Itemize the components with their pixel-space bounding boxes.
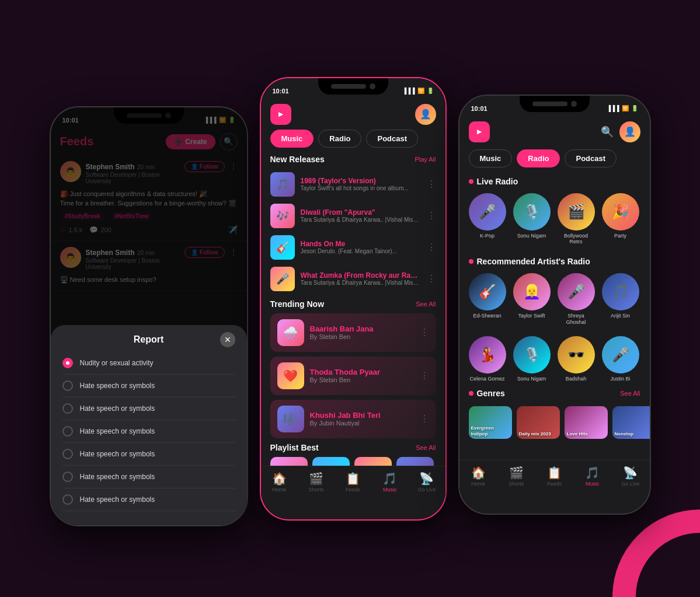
home-icon-m: 🏠 (272, 472, 287, 486)
nav-home-right[interactable]: 🏠 Home (459, 463, 497, 490)
trending-item-2[interactable]: ❤️ Thoda Thoda Pyaar By Stebin Ben ⋮ (270, 357, 436, 395)
sonu2-circle[interactable]: 🎙️ Sonu Nigam (513, 336, 551, 382)
edsheeran-circle[interactable]: 🎸 Ed-Sheeran (469, 273, 506, 326)
user-avatar-middle[interactable]: 👤 (415, 104, 436, 125)
badshah-img: 🕶️ (558, 336, 595, 373)
sonunigam-name: Sonu Nigam (517, 233, 546, 239)
trending-info-1: Baarish Ban Jana By Stebin Ben (310, 324, 414, 340)
search-icon-right[interactable]: 🔍 (601, 125, 614, 138)
report-option-5[interactable]: Hate speech or symbols (62, 443, 235, 466)
report-option-7[interactable]: Hate speech or symbols (62, 488, 235, 504)
tab-podcast-middle[interactable]: Podcast (366, 130, 418, 148)
nav-golive-right[interactable]: 📡 Go Live (611, 463, 649, 490)
arijit-img: 🎵 (602, 273, 639, 310)
justin-circle[interactable]: 🎤 Justin Bi (602, 336, 639, 382)
kpop-circle[interactable]: 🎤 K-Pop (469, 193, 506, 246)
trending-item-1[interactable]: 🌧️ Baarish Ban Jana By Stebin Ben ⋮ (270, 313, 436, 352)
trending-more-1[interactable]: ⋮ (420, 327, 429, 338)
tab-podcast-right[interactable]: Podcast (565, 149, 617, 167)
song-more-1[interactable]: ⋮ (427, 179, 436, 190)
trending-item-3[interactable]: 🎼 Khushi Jab Bhi Teri By Jubin Nautiyal … (270, 400, 436, 438)
tab-music-right[interactable]: Music (469, 149, 513, 167)
song-thumb-1: 🎵 (270, 172, 295, 197)
report-option-2[interactable]: Hate speech or symbols (62, 375, 235, 397)
selena-circle[interactable]: 💃 Celena Gomez (469, 336, 506, 382)
genre-card-2[interactable]: Daily mix 2023 (517, 406, 560, 439)
recommended-title: Recommended Artist's Radio (477, 257, 590, 266)
song-item-4[interactable]: 🎤 What Zumka (From Rocky aur Rani..) Tar… (261, 263, 445, 295)
nav-golive-middle[interactable]: 📡 Go Live (408, 469, 445, 496)
song-more-3[interactable]: ⋮ (427, 242, 436, 253)
report-option-3[interactable]: Hate speech or symbols (62, 397, 235, 420)
song-thumb-2: 🎶 (270, 204, 295, 228)
right-music-header: ▶ 🔍 👤 (459, 117, 650, 147)
nav-home-middle[interactable]: 🏠 Home (261, 469, 298, 496)
party-img: 🎉 (602, 193, 639, 231)
genre-card-1[interactable]: Evergreen Indipop (469, 406, 512, 439)
report-option-1[interactable]: Nudity or sexual activity (62, 352, 235, 375)
nav-shorts-right[interactable]: 🎬 Shorts (497, 463, 535, 490)
genre-card-3[interactable]: Love Hits (565, 406, 608, 439)
taylorswift-circle[interactable]: 👱‍♀️ Taylor Swift (513, 273, 551, 326)
feeds-icon-m: 📋 (346, 472, 360, 486)
tab-radio-middle[interactable]: Radio (318, 130, 361, 148)
song-title-2: Diwali (From "Apurva" (301, 208, 421, 217)
trending-more-2[interactable]: ⋮ (420, 370, 429, 381)
radio-circle-3 (62, 403, 73, 414)
report-options: Nudity or sexual activity Hate speech or… (62, 352, 235, 504)
trending-see-all[interactable]: See All (416, 301, 436, 308)
status-icons-right: ▐▐▐ 🛜 🔋 (607, 105, 638, 111)
report-overlay: Report ✕ Nudity or sexual activity Hate … (51, 107, 247, 504)
genre-card-4[interactable]: Nonstop (612, 406, 650, 439)
nav-feeds-right[interactable]: 📋 Feeds (535, 463, 573, 490)
nav-music-right[interactable]: 🎵 Music (573, 463, 611, 490)
home-label-m: Home (272, 487, 286, 493)
tab-radio-right[interactable]: Radio (517, 149, 560, 167)
trending-title-1: Baarish Ban Jana (310, 324, 414, 333)
feeds-label-m: Feeds (346, 487, 360, 493)
report-modal: Report ✕ Nudity or sexual activity Hate … (51, 325, 247, 504)
party-name: Party (614, 233, 626, 239)
report-option-4[interactable]: Hate speech or symbols (62, 420, 235, 443)
song-info-2: Diwali (From "Apurva" Tara Sutariya & Dh… (301, 208, 421, 223)
edsheeran-img: 🎸 (469, 273, 506, 310)
bollywood-circle[interactable]: 🎬 Bollywood Retro (558, 193, 595, 246)
party-circle[interactable]: 🎉 Party (602, 193, 639, 246)
song-artist-1: Taylor Swift's all hot songs in one albu… (301, 185, 421, 191)
user-avatar-right[interactable]: 👤 (619, 121, 640, 142)
trending-artist-1: By Stebin Ben (310, 333, 414, 340)
badshah-circle[interactable]: 🕶️ Badshah (558, 336, 595, 382)
arijit-circle[interactable]: 🎵 Arijit Sin (602, 273, 639, 326)
nav-shorts-middle[interactable]: 🎬 Shorts (298, 469, 335, 496)
kpop-name: K-Pop (480, 233, 494, 239)
trending-title-3: Khushi Jab Bhi Teri (310, 411, 414, 420)
song-more-4[interactable]: ⋮ (427, 273, 436, 284)
middle-phone-content: 10:01 ▐▐▐ 🛜 🔋 ▶ 👤 Music Radio Podcast (261, 78, 445, 498)
new-releases-header: New Releases Play All (261, 155, 445, 169)
song-item-1[interactable]: 🎵 1989 (Taylor's Version) Taylor Swift's… (261, 169, 445, 200)
notch-pill-r (532, 102, 567, 106)
song-thumb-4: 🎤 (270, 267, 295, 291)
shreya-circle[interactable]: 🎤 Shreya Ghoshal (558, 273, 595, 326)
golive-icon-r: 📡 (623, 466, 638, 480)
report-option-6[interactable]: Hate speech or symbols (62, 466, 235, 488)
playlist-see-all[interactable]: See All (416, 444, 436, 451)
trending-more-3[interactable]: ⋮ (420, 413, 429, 424)
nav-feeds-middle[interactable]: 📋 Feeds (335, 469, 371, 496)
genre-label-1: Evergreen Indipop (471, 425, 510, 437)
recommended-section: Recommended Artist's Radio (459, 252, 650, 270)
song-item-3[interactable]: 🎸 Hands On Me Jeson Derulo. (Feat. Megan… (261, 232, 445, 263)
sonunigam-circle[interactable]: 🎙️ Sonu Nigam (513, 193, 551, 246)
taylorswift-name: Taylor Swift (518, 313, 545, 319)
justin-img: 🎤 (602, 336, 639, 373)
song-item-2[interactable]: 🎶 Diwali (From "Apurva" Tara Sutariya & … (261, 200, 445, 232)
golive-label-m: Go Live (417, 487, 436, 493)
tab-music-middle[interactable]: Music (270, 130, 314, 148)
song-more-2[interactable]: ⋮ (427, 210, 436, 221)
genres-see-all[interactable]: See All (620, 390, 640, 397)
report-option-label-6: Hate speech or symbols (80, 473, 155, 481)
nav-music-middle[interactable]: 🎵 Music (371, 469, 408, 496)
play-all-button[interactable]: Play All (415, 156, 436, 163)
wifi-icon-r: 🛜 (622, 105, 629, 111)
report-close-button[interactable]: ✕ (220, 332, 235, 347)
